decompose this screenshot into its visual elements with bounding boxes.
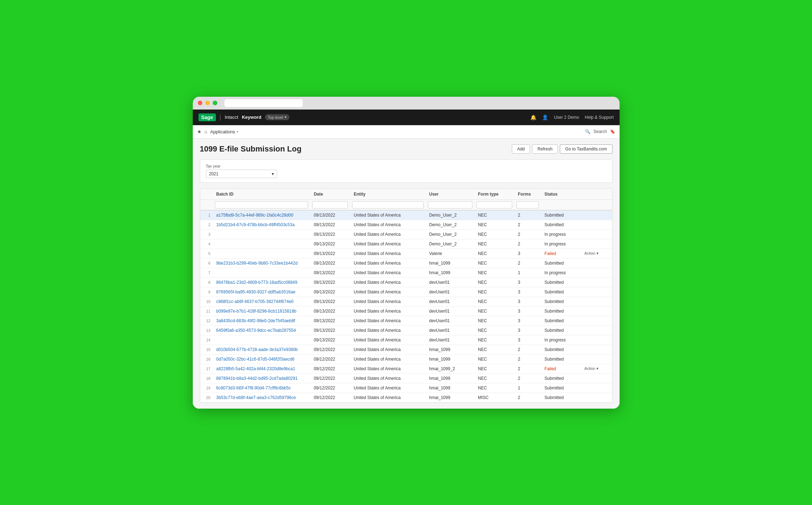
add-button[interactable]: Add	[512, 144, 530, 154]
minimize-button[interactable]	[205, 101, 210, 105]
page-area: 1099 E-file Submission Log Add Refresh G…	[193, 139, 620, 409]
intacct-label: Intacct	[225, 115, 238, 120]
batch-id-cell[interactable]: 3a8435cd-683b-49f2-98e0-2de7545aeb8f	[213, 316, 310, 325]
action-cell[interactable]: Action ▾	[581, 364, 612, 373]
close-button[interactable]	[198, 101, 202, 105]
batch-id-link[interactable]: 6459f0a6-a350-4573-9dcc-ec7bab287554	[216, 328, 296, 333]
breadcrumb-label: Applications	[210, 129, 235, 134]
action-button[interactable]: Action ▾	[584, 366, 599, 371]
user-label: User 2 Demo	[554, 115, 579, 120]
entity-cell: United States of America	[350, 393, 425, 402]
batch-id-cell[interactable]: d010b504-677b-4728-aade-3e3a37e9380b	[213, 345, 310, 354]
batch-id-cell[interactable]: 1b5d21b4-67c9-478b-bbcb-49ff4503c53a	[213, 220, 310, 229]
entity-cell: United States of America	[350, 325, 425, 335]
nav-right: 🔔 👤 User 2 Demo Help & Support	[530, 115, 614, 120]
formtype-cell: NEC	[474, 258, 514, 268]
batch-id-link[interactable]: a175fbd9-5c7a-44ef-989c-1fa0c4c28d00	[216, 213, 293, 218]
batch-id-link[interactable]: 86476ba1-23d2-4809-b773-18ad5cc08849	[216, 280, 297, 285]
batch-id-link[interactable]: 1b5d21b4-67c9-478b-bbcb-49ff4503c53a	[216, 222, 295, 227]
date-cell: 09/13/2022	[310, 287, 350, 297]
batch-id-link[interactable]: 3b53c77d-eb8f-4ae7-aea3-c762d59796ce	[216, 395, 296, 400]
notification-icon[interactable]: 🔔	[530, 115, 536, 120]
filter-batchid[interactable]	[215, 201, 308, 208]
batch-id-cell[interactable]: a175fbd9-5c7a-44ef-989c-1fa0c4c28d00	[213, 210, 310, 220]
action-cell	[581, 325, 612, 335]
action-cell	[581, 258, 612, 268]
batch-id-link[interactable]: a8228fb5-5a42-402a-bf44-2320d8e9bca1	[216, 366, 295, 371]
status-cell: Submitted	[541, 220, 581, 229]
batch-id-cell[interactable]: 6459f0a6-a350-4573-9dcc-ec7bab287554	[213, 325, 310, 335]
entity-cell: United States of America	[350, 297, 425, 306]
batch-id-link[interactable]: 8878941b-b8a3-44d2-bd95-2cd7ada80291	[216, 376, 298, 381]
top-nav: Sage | Intacct Keyword Top level ▾ 🔔 👤 U…	[193, 110, 620, 125]
batch-id-cell[interactable]: 6c8073d3-fd0f-47f8-90d4-77cff9c6bb5c	[213, 383, 310, 393]
filter-label: Tax year	[206, 164, 606, 168]
batch-id-cell[interactable]: 8769565f-ba95-4830-9327-ddf5ab3516ae	[213, 287, 310, 297]
status-cell: Failed	[541, 364, 581, 373]
formtype-cell: NEC	[474, 277, 514, 287]
forms-cell: 1	[514, 383, 541, 393]
batch-id-cell	[213, 268, 310, 277]
batch-id-cell[interactable]: c968f1cc-ab9f-4637-b705-382744f674e0	[213, 297, 310, 306]
batch-id-link[interactable]: 0d7a050c-32bc-41c6-87d5-048f2f3aecd6	[216, 357, 294, 362]
batch-id-link[interactable]: 6c8073d3-fd0f-47f8-90d4-77cff9c6bb5c	[216, 386, 291, 390]
taxbandits-button[interactable]: Go to TaxBandits.com	[560, 144, 612, 154]
batch-id-link[interactable]: c968f1cc-ab9f-4637-b705-382744f674e0	[216, 299, 294, 304]
filter-date[interactable]	[312, 201, 348, 208]
row-number: 1	[200, 210, 213, 220]
help-label[interactable]: Help & Support	[585, 115, 614, 120]
entity-cell: United States of America	[350, 287, 425, 297]
filter-user[interactable]	[428, 201, 472, 208]
url-bar[interactable]	[224, 99, 303, 107]
date-cell: 09/12/2022	[310, 393, 350, 402]
batch-id-cell[interactable]: 86476ba1-23d2-4809-b773-18ad5cc08849	[213, 277, 310, 287]
search-label[interactable]: Search	[593, 129, 607, 134]
batch-id-cell	[213, 249, 310, 258]
top-level-dropdown[interactable]: Top level ▾	[265, 114, 290, 120]
favorite-icon[interactable]: ★	[197, 129, 202, 134]
row-number: 3	[200, 229, 213, 239]
home-icon[interactable]: ⌂	[205, 129, 207, 134]
row-number: 9	[200, 287, 213, 297]
col-forms-header: Forms	[514, 189, 541, 200]
user-cell: devUser01	[426, 335, 474, 345]
tax-year-select[interactable]: 2021 ▾	[206, 170, 277, 178]
batch-id-link[interactable]: 8769565f-ba95-4830-9327-ddf5ab3516ae	[216, 289, 296, 294]
formtype-cell: NEC	[474, 268, 514, 277]
forms-cell: 2	[514, 354, 541, 364]
batch-id-cell[interactable]: b099e97e-b7b1-428f-8298-8cb11815818b	[213, 306, 310, 316]
forms-cell: 1	[514, 268, 541, 277]
refresh-button[interactable]: Refresh	[532, 144, 558, 154]
status-cell: Submitted	[541, 297, 581, 306]
batch-id-cell[interactable]: 0d7a050c-32bc-41c6-87d5-048f2f3aecd6	[213, 354, 310, 364]
batch-id-link[interactable]: d010b504-677b-4728-aade-3e3a37e9380b	[216, 347, 298, 352]
batch-id-cell	[213, 239, 310, 249]
batch-id-link[interactable]: b099e97e-b7b1-428f-8298-8cb11815818b	[216, 309, 297, 314]
forms-cell: 2	[514, 345, 541, 354]
table-row: 409/13/2022United States of AmericaDemo_…	[200, 239, 612, 249]
filter-formtype[interactable]	[477, 201, 512, 208]
batch-id-cell	[213, 229, 310, 239]
action-button[interactable]: Action ▾	[584, 251, 599, 256]
batch-id-link[interactable]: 3a8435cd-683b-49f2-98e0-2de7545aeb8f	[216, 318, 295, 323]
breadcrumb-bar: ★ ⌂ Applications ▾ 🔍 Search 🔖	[193, 125, 620, 139]
filter-entity[interactable]	[352, 201, 423, 208]
batch-id-cell[interactable]: 9be231b3-b299-40eb-9b80-7c33ee1b442d	[213, 258, 310, 268]
action-cell[interactable]: Action ▾	[581, 249, 612, 258]
date-cell: 09/13/2022	[310, 220, 350, 229]
table-row: 21b5d21b4-67c9-478b-bbcb-49ff4503c53a09/…	[200, 220, 612, 229]
batch-id-cell[interactable]: 3b53c77d-eb8f-4ae7-aea3-c762d59796ce	[213, 393, 310, 402]
bookmark-icon[interactable]: 🔖	[610, 129, 615, 134]
batch-id-cell[interactable]: 8878941b-b8a3-44d2-bd95-2cd7ada80291	[213, 373, 310, 383]
date-cell: 09/13/2022	[310, 335, 350, 345]
user-cell: hmai_1099	[426, 354, 474, 364]
entity-cell: United States of America	[350, 268, 425, 277]
entity-cell: United States of America	[350, 258, 425, 268]
filter-forms[interactable]	[516, 201, 539, 208]
batch-id-link[interactable]: 9be231b3-b299-40eb-9b80-7c33ee1b442d	[216, 261, 298, 266]
maximize-button[interactable]	[213, 101, 217, 105]
batch-id-cell[interactable]: a8228fb5-5a42-402a-bf44-2320d8e9bca1	[213, 364, 310, 373]
forms-cell: 2	[514, 210, 541, 220]
entity-cell: United States of America	[350, 249, 425, 258]
breadcrumb-item-applications[interactable]: Applications ▾	[210, 129, 238, 134]
